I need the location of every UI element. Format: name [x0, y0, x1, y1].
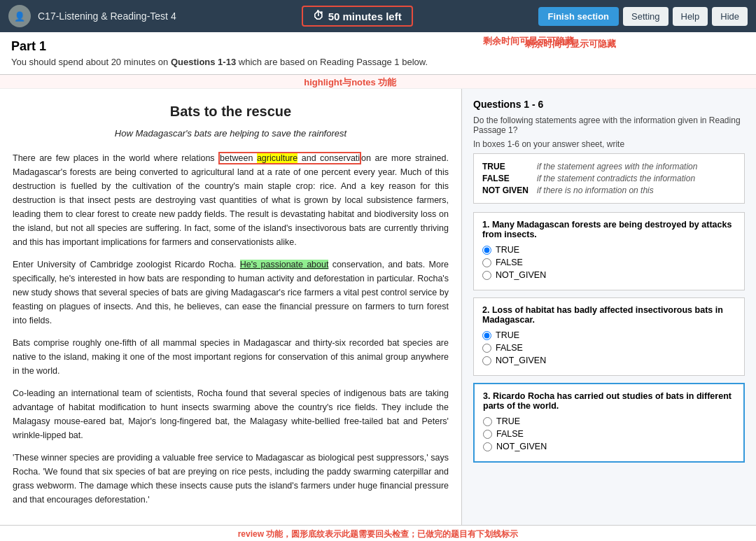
- highlight-annotation: highlight与notes 功能: [304, 76, 396, 89]
- question-1-block: 1. Many Madagascan forests are being des…: [473, 212, 745, 290]
- passage-para-1: There are few places in the world where …: [13, 151, 449, 249]
- passage-title: Bats to the rescue: [13, 100, 449, 122]
- q1-radio-notgiven[interactable]: [482, 271, 491, 280]
- highlight-box-1: between agriculture and conservati: [218, 152, 361, 164]
- answer-key-box: TRUE if the statement agrees with the in…: [473, 153, 745, 204]
- answer-row-true: TRUE if the statement agrees with the in…: [482, 162, 736, 171]
- q3-option-notgiven[interactable]: NOT_GIVEN: [483, 442, 735, 451]
- passage-para-3: Bats comprise roughly one-fifth of all m…: [13, 336, 449, 378]
- q1-option-false[interactable]: FALSE: [482, 258, 736, 267]
- answer-row-notgiven: NOT GIVEN if there is no information on …: [482, 185, 736, 195]
- answer-row-false: FALSE if the statement contradicts the i…: [482, 174, 736, 183]
- q2-radio-true[interactable]: [482, 331, 491, 340]
- question-2-block: 2. Loss of habitat has badly affected in…: [473, 297, 745, 376]
- q3-radio-true[interactable]: [483, 417, 492, 426]
- q1-radio-false[interactable]: [482, 258, 491, 267]
- questions-instruction: Do the following statements agree with t…: [473, 115, 745, 135]
- part-instruction: You should spend about 20 minutes on Que…: [11, 57, 745, 67]
- highlight-annotation-bar: highlight与notes 功能 placeholder: [0, 75, 756, 89]
- highlight-agriculture: agriculture: [257, 153, 298, 163]
- part-info-bar: Part 1 You should spend about 20 minutes…: [0, 32, 756, 75]
- q1-radio-true[interactable]: [482, 246, 491, 255]
- header-left: 👤 C17-Listening & Reading-Test 4: [8, 5, 176, 27]
- passage-para-5: 'These winner species are providing a va…: [13, 451, 449, 507]
- questions-panel: Questions 1 - 6 Do the following stateme…: [462, 89, 756, 525]
- passage-subtitle: How Madagascar's bats are helping to sav…: [13, 127, 449, 141]
- user-avatar: 👤: [8, 5, 31, 27]
- question-1-text: 1. Many Madagascan forests are being des…: [482, 220, 736, 239]
- question-3-text: 3. Ricardo Rocha has carried out studies…: [483, 391, 735, 411]
- questions-header: Questions 1 - 6: [473, 99, 745, 110]
- q3-radio-false[interactable]: [483, 430, 492, 439]
- q2-radio-false[interactable]: [482, 344, 491, 353]
- hide-button[interactable]: Hide: [712, 7, 748, 26]
- question-2-text: 2. Loss of habitat has badly affected in…: [482, 305, 736, 325]
- header-right: Finish section Setting Help Hide: [538, 7, 748, 26]
- q3-option-true[interactable]: TRUE: [483, 416, 735, 426]
- passage-panel: Bats to the rescue How Madagascar's bats…: [0, 89, 462, 525]
- question-3-block: 3. Ricardo Rocha has carried out studies…: [473, 383, 745, 463]
- part-label: Part 1: [11, 39, 745, 54]
- box-instruction: In boxes 1-6 on your answer sheet, write: [473, 139, 745, 149]
- highlight-passionate: He's passionate about: [240, 260, 329, 269]
- q1-option-true[interactable]: TRUE: [482, 245, 736, 255]
- review-annotation: review 功能，圆形底纹表示此题需要回头检查；已做完的题目有下划线标示: [0, 525, 756, 541]
- app-header: 👤 C17-Listening & Reading-Test 4 ⏱ 50 mi…: [0, 0, 756, 32]
- test-title: C17-Listening & Reading-Test 4: [38, 10, 176, 22]
- passage-para-2: Enter University of Cambridge zoologist …: [13, 258, 449, 328]
- passage-para-4: Co-leading an international team of scie…: [13, 386, 449, 442]
- main-content: Bats to the rescue How Madagascar's bats…: [0, 89, 756, 525]
- timer-icon: ⏱: [313, 10, 324, 22]
- help-button[interactable]: Help: [673, 7, 708, 26]
- q2-option-notgiven[interactable]: NOT_GIVEN: [482, 356, 736, 365]
- timer-label: 50 minutes left: [328, 10, 402, 22]
- q2-option-false[interactable]: FALSE: [482, 343, 736, 353]
- q2-radio-notgiven[interactable]: [482, 356, 491, 365]
- q3-radio-notgiven[interactable]: [483, 442, 492, 451]
- setting-button[interactable]: Setting: [623, 7, 668, 26]
- q1-option-notgiven[interactable]: NOT_GIVEN: [482, 270, 736, 280]
- timer-box: ⏱ 50 minutes left: [302, 6, 413, 27]
- finish-section-button[interactable]: Finish section: [538, 7, 619, 26]
- q2-option-true[interactable]: TRUE: [482, 330, 736, 340]
- q3-option-false[interactable]: FALSE: [483, 429, 735, 439]
